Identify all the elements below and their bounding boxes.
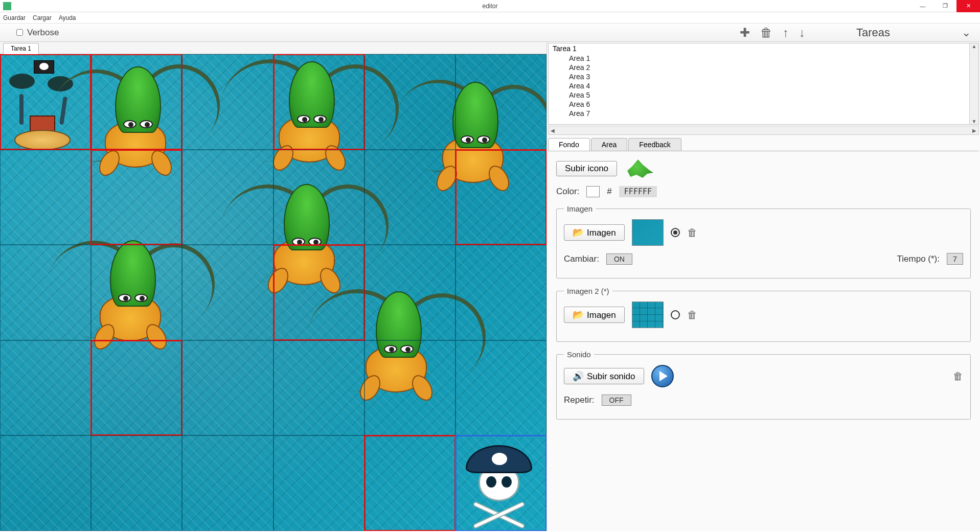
hash-label: #: [607, 187, 611, 197]
close-button[interactable]: ✕: [956, 0, 980, 12]
tree-item[interactable]: Area 7: [549, 109, 978, 118]
tareas-label: Tareas: [856, 26, 890, 39]
grid-cell[interactable]: [182, 150, 273, 245]
minimize-button[interactable]: —: [911, 0, 934, 12]
imagen2-fieldset: Imagen 2 (*) 📂Imagen 🗑: [556, 287, 971, 342]
maximize-button[interactable]: ❐: [934, 0, 956, 12]
tree-item[interactable]: Area 1: [549, 54, 978, 63]
tree-item[interactable]: Area 3: [549, 72, 978, 81]
imagen-button[interactable]: 📂Imagen: [564, 224, 625, 241]
toolbar: Verbose ✚ 🗑 ↑ ↓ Tareas ⌄: [0, 24, 980, 42]
grid-cell[interactable]: [182, 435, 273, 531]
folder-icon: 📂: [573, 227, 584, 238]
grid-cell[interactable]: [0, 54, 91, 150]
trash-icon[interactable]: 🗑: [953, 371, 963, 382]
arrow-up-icon[interactable]: ↑: [783, 26, 789, 40]
grid-cell[interactable]: [364, 340, 455, 436]
canvas-pane: Tarea 1: [0, 42, 547, 531]
grid-cell[interactable]: [91, 435, 182, 531]
grid-cell[interactable]: [455, 245, 546, 340]
subir-icono-button[interactable]: Subir icono: [556, 161, 617, 176]
grid-cell[interactable]: [364, 245, 455, 340]
grid-cell[interactable]: [364, 54, 455, 150]
tree-item[interactable]: Area 4: [549, 81, 978, 90]
grid-cell[interactable]: [0, 340, 91, 436]
tree-root[interactable]: Tarea 1: [549, 43, 978, 54]
tree-item[interactable]: Area 6: [549, 100, 978, 109]
grid-cell[interactable]: [182, 54, 273, 150]
grid-cell[interactable]: [0, 245, 91, 340]
chevron-down-icon[interactable]: ⌄: [962, 26, 971, 39]
imagen-radio[interactable]: [671, 228, 680, 237]
color-label: Color:: [556, 187, 579, 197]
tree-scrollbar[interactable]: ▲▼: [969, 43, 978, 124]
hex-value[interactable]: FFFFFF: [619, 186, 657, 197]
grid-cell[interactable]: [274, 340, 364, 436]
subir-sonido-button[interactable]: 🔊Subir sonido: [564, 368, 644, 384]
menu-ayuda[interactable]: Ayuda: [59, 14, 76, 21]
tab-feedback[interactable]: Feedback: [628, 138, 681, 151]
grid-cell[interactable]: [91, 54, 182, 150]
app-icon: [3, 2, 11, 10]
grid-cell[interactable]: [274, 435, 364, 531]
sonido-legend: Sonido: [564, 350, 594, 359]
trash-icon[interactable]: 🗑: [687, 309, 697, 321]
imagen2-thumbnail: [632, 302, 664, 328]
cambiar-label: Cambiar:: [564, 254, 599, 264]
trash-icon[interactable]: 🗑: [687, 227, 697, 239]
menu-guardar[interactable]: Guardar: [3, 14, 26, 21]
arrow-down-icon[interactable]: ↓: [799, 26, 805, 40]
play-icon[interactable]: [651, 365, 674, 387]
imagen2-radio[interactable]: [671, 310, 680, 319]
game-canvas[interactable]: [0, 54, 546, 531]
tab-strip: Tarea 1: [0, 42, 546, 54]
menu-cargar[interactable]: Cargar: [33, 14, 52, 21]
sound-icon: 🔊: [573, 371, 584, 381]
grid-cell[interactable]: [274, 54, 364, 150]
imagen-legend: Imagen: [564, 204, 596, 213]
grid-cell[interactable]: [364, 150, 455, 245]
imagen2-legend: Imagen 2 (*): [564, 287, 612, 295]
add-icon[interactable]: ✚: [740, 26, 750, 40]
grid-cell[interactable]: [274, 150, 364, 245]
repetir-toggle[interactable]: OFF: [602, 395, 631, 406]
repetir-label: Repetir:: [564, 395, 595, 405]
grid-cell[interactable]: [455, 435, 546, 531]
grid-cell[interactable]: [0, 150, 91, 245]
window-controls: — ❐ ✕: [911, 0, 980, 12]
menubar: Guardar Cargar Ayuda: [0, 12, 980, 24]
grid-cell[interactable]: [91, 340, 182, 436]
tiempo-field[interactable]: 7: [947, 253, 963, 265]
tree-item[interactable]: Area 5: [549, 90, 978, 100]
grid-cell[interactable]: [0, 435, 91, 531]
tab-fondo[interactable]: Fondo: [548, 138, 590, 151]
verbose-input[interactable]: [16, 29, 23, 36]
properties-panel: Subir icono Color: # FFFFFF Imagen 📂Imag…: [547, 151, 980, 531]
grid-cell[interactable]: [455, 340, 546, 436]
grid-cell[interactable]: [182, 340, 273, 436]
grid-cell[interactable]: [91, 150, 182, 245]
color-swatch[interactable]: [586, 186, 600, 197]
delete-icon[interactable]: 🗑: [760, 26, 772, 40]
cambiar-toggle[interactable]: ON: [606, 253, 632, 265]
grid-cell[interactable]: [274, 245, 364, 340]
tab-tarea-1[interactable]: Tarea 1: [3, 43, 39, 54]
tab-area[interactable]: Area: [591, 138, 628, 151]
grid-cell[interactable]: [91, 245, 182, 340]
imagen-thumbnail: [632, 219, 664, 246]
imagen2-button[interactable]: 📂Imagen: [564, 307, 625, 323]
titlebar: editor — ❐ ✕: [0, 0, 980, 12]
horizontal-scrollbar[interactable]: ◀▶: [548, 126, 979, 135]
verbose-checkbox[interactable]: Verbose: [16, 28, 59, 38]
grid-cell[interactable]: [455, 150, 546, 245]
tiempo-label: Tiempo (*):: [897, 254, 940, 264]
imagen-fieldset: Imagen 📂Imagen 🗑 Cambiar: ON Tiempo (*):…: [556, 204, 971, 279]
grid-cell[interactable]: [182, 245, 273, 340]
sonido-fieldset: Sonido 🔊Subir sonido 🗑 Repetir: OFF: [556, 350, 971, 420]
grid-overlay: [0, 54, 546, 531]
grid-cell[interactable]: [364, 435, 455, 531]
tree-item[interactable]: Area 2: [549, 63, 978, 72]
window-title: editor: [482, 3, 497, 10]
tree-view[interactable]: Tarea 1 Area 1 Area 2 Area 3 Area 4 Area…: [548, 43, 979, 125]
grid-cell[interactable]: [455, 54, 546, 150]
